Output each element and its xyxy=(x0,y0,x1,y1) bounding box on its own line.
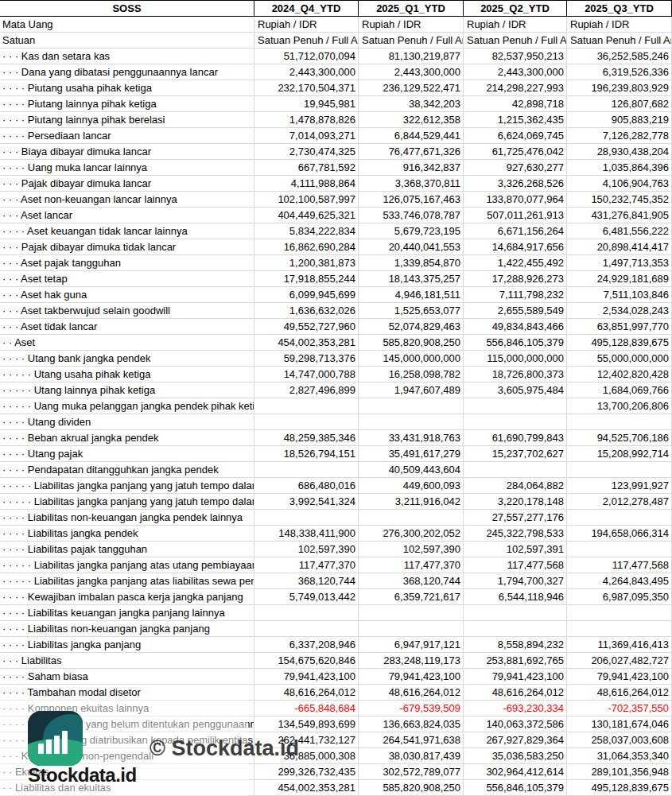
value-cell[interactable] xyxy=(254,414,359,429)
value-cell[interactable] xyxy=(359,605,464,620)
value-cell[interactable]: 18,143,375,257 xyxy=(359,271,464,286)
value-cell[interactable]: 48,616,264,012 xyxy=(359,685,464,700)
value-cell[interactable]: 6,844,529,441 xyxy=(359,128,464,143)
value-cell[interactable]: 4,106,904,763 xyxy=(567,176,672,191)
value-cell[interactable]: 48,616,264,012 xyxy=(464,685,567,700)
value-cell[interactable]: 368,120,744 xyxy=(359,573,464,588)
period-column-header[interactable]: 2025_Q2_YTD xyxy=(464,1,567,16)
value-cell[interactable]: 123,991,927 xyxy=(567,478,672,493)
value-cell[interactable] xyxy=(567,605,672,620)
value-cell[interactable] xyxy=(567,621,672,636)
value-cell[interactable]: 140,063,372,586 xyxy=(464,716,567,732)
value-cell[interactable]: 289,101,356,948 xyxy=(567,764,672,779)
value-cell[interactable]: 449,600,093 xyxy=(359,478,464,493)
value-cell[interactable]: 495,128,839,675 xyxy=(567,335,672,350)
value-cell[interactable]: 31,064,353,340 xyxy=(567,748,672,763)
value-cell[interactable] xyxy=(254,398,359,414)
value-cell[interactable]: 533,746,078,787 xyxy=(359,208,464,223)
value-cell[interactable]: 585,820,908,250 xyxy=(359,780,464,795)
value-cell[interactable]: 2,443,300,000 xyxy=(464,64,567,80)
value-cell[interactable]: 94,525,706,186 xyxy=(567,430,672,445)
value-cell[interactable]: 2,730,474,325 xyxy=(254,144,359,159)
value-cell[interactable]: 49,834,843,466 xyxy=(464,319,567,334)
value-cell[interactable]: 454,002,353,281 xyxy=(254,335,359,350)
value-cell[interactable]: 2,012,278,487 xyxy=(567,494,672,509)
value-cell[interactable]: 38,030,817,439 xyxy=(359,748,464,763)
value-cell[interactable]: 79,941,423,100 xyxy=(254,669,359,684)
value-cell[interactable]: 267,927,829,364 xyxy=(464,732,567,747)
value-cell[interactable]: 148,338,411,900 xyxy=(254,526,359,541)
value-cell[interactable]: 40,509,443,604 xyxy=(359,462,464,477)
value-cell[interactable]: 253,881,692,765 xyxy=(464,653,567,668)
value-cell[interactable]: 404,449,625,321 xyxy=(254,208,359,223)
row-label[interactable]: · · · Liabilitas xyxy=(0,653,254,668)
period-column-header[interactable]: 2025_Q3_YTD xyxy=(567,1,672,16)
value-cell[interactable]: 33,431,918,763 xyxy=(359,430,464,445)
value-cell[interactable]: 283,248,119,173 xyxy=(359,653,464,668)
value-cell[interactable]: 3,220,178,148 xyxy=(464,494,567,509)
unit-row-label[interactable]: Satuan xyxy=(0,33,254,48)
value-cell[interactable]: 6,359,721,617 xyxy=(359,589,464,604)
value-cell[interactable]: 134,549,893,699 xyxy=(254,716,359,732)
currency-value-cell[interactable]: Rupiah / IDR xyxy=(567,17,672,32)
row-label[interactable]: · · · Dana yang dibatasi penggunaannya l… xyxy=(0,64,254,80)
value-cell[interactable]: 507,011,261,913 xyxy=(464,208,567,223)
value-cell[interactable]: 145,000,000,000 xyxy=(359,351,464,366)
value-cell[interactable]: -665,848,684 xyxy=(254,701,359,716)
value-cell[interactable]: 7,014,093,271 xyxy=(254,128,359,143)
row-label[interactable]: · · · Aset hak guna xyxy=(0,287,254,302)
value-cell[interactable]: 136,663,824,035 xyxy=(359,716,464,732)
value-cell[interactable]: 2,443,300,000 xyxy=(254,64,359,80)
value-cell[interactable]: 48,259,385,346 xyxy=(254,430,359,445)
value-cell[interactable]: 1,200,381,873 xyxy=(254,255,359,270)
value-cell[interactable]: 1,478,878,826 xyxy=(254,112,359,127)
row-label[interactable]: · · · Pajak dibayar dimuka lancar xyxy=(0,176,254,191)
value-cell[interactable]: 322,612,358 xyxy=(359,112,464,127)
value-cell[interactable]: 126,075,167,463 xyxy=(359,192,464,207)
row-label[interactable]: · · · · · Utang usaha pihak ketiga xyxy=(0,367,254,382)
value-cell[interactable]: 6,947,917,121 xyxy=(359,637,464,652)
value-cell[interactable]: 4,946,181,511 xyxy=(359,287,464,302)
value-cell[interactable] xyxy=(359,414,464,429)
row-label[interactable]: · · Aset xyxy=(0,335,254,350)
value-cell[interactable]: 214,298,227,993 xyxy=(464,80,567,95)
value-cell[interactable]: 2,827,496,899 xyxy=(254,382,359,398)
value-cell[interactable]: 686,480,016 xyxy=(254,478,359,493)
value-cell[interactable]: 117,477,370 xyxy=(359,557,464,573)
row-label[interactable]: · · · · Aset keuangan tidak lancar lainn… xyxy=(0,223,254,239)
value-cell[interactable]: 16,862,690,284 xyxy=(254,239,359,254)
value-cell[interactable]: 1,794,700,327 xyxy=(464,573,567,588)
value-cell[interactable]: 284,064,882 xyxy=(464,478,567,493)
value-cell[interactable]: 150,232,745,352 xyxy=(567,192,672,207)
value-cell[interactable]: 20,898,414,417 xyxy=(567,239,672,254)
row-label[interactable]: · · · · Utang pajak xyxy=(0,446,254,461)
value-cell[interactable]: 6,337,208,946 xyxy=(254,637,359,652)
period-column-header[interactable]: 2024_Q4_YTD xyxy=(254,1,359,16)
value-cell[interactable] xyxy=(464,462,567,477)
value-cell[interactable]: 1,035,864,396 xyxy=(567,160,672,175)
value-cell[interactable]: 102,597,391 xyxy=(464,542,567,557)
value-cell[interactable]: 82,537,950,213 xyxy=(464,49,567,64)
row-label[interactable]: · · · · Liabilitas jangka pendek xyxy=(0,526,254,541)
value-cell[interactable]: 7,126,282,778 xyxy=(567,128,672,143)
row-label[interactable]: · · · · Utang bank jangka pendek xyxy=(0,351,254,366)
value-cell[interactable]: 12,402,820,428 xyxy=(567,367,672,382)
value-cell[interactable]: 3,992,541,324 xyxy=(254,494,359,509)
value-cell[interactable]: 3,605,975,484 xyxy=(464,382,567,398)
value-cell[interactable]: -679,539,509 xyxy=(359,701,464,716)
value-cell[interactable]: 3,211,916,042 xyxy=(359,494,464,509)
value-cell[interactable]: 3,326,268,526 xyxy=(464,176,567,191)
value-cell[interactable]: 81,130,219,877 xyxy=(359,49,464,64)
row-label[interactable]: · · · · Liabilitas non-keuangan jangka p… xyxy=(0,510,254,525)
value-cell[interactable]: 17,918,855,244 xyxy=(254,271,359,286)
row-label[interactable]: · · · · Persediaan lancar xyxy=(0,128,254,143)
value-cell[interactable]: 79,941,423,100 xyxy=(567,669,672,684)
currency-row-label[interactable]: Mata Uang xyxy=(0,17,254,32)
value-cell[interactable]: 14,684,917,656 xyxy=(464,239,567,254)
value-cell[interactable]: 7,511,103,846 xyxy=(567,287,672,302)
row-label[interactable]: · · · · Tambahan modal disetor xyxy=(0,685,254,700)
value-cell[interactable]: 5,834,222,834 xyxy=(254,223,359,239)
row-label[interactable]: · · · · Utang dividen xyxy=(0,414,254,429)
value-cell[interactable]: 3,368,370,811 xyxy=(359,176,464,191)
value-cell[interactable]: 258,037,003,608 xyxy=(567,732,672,747)
